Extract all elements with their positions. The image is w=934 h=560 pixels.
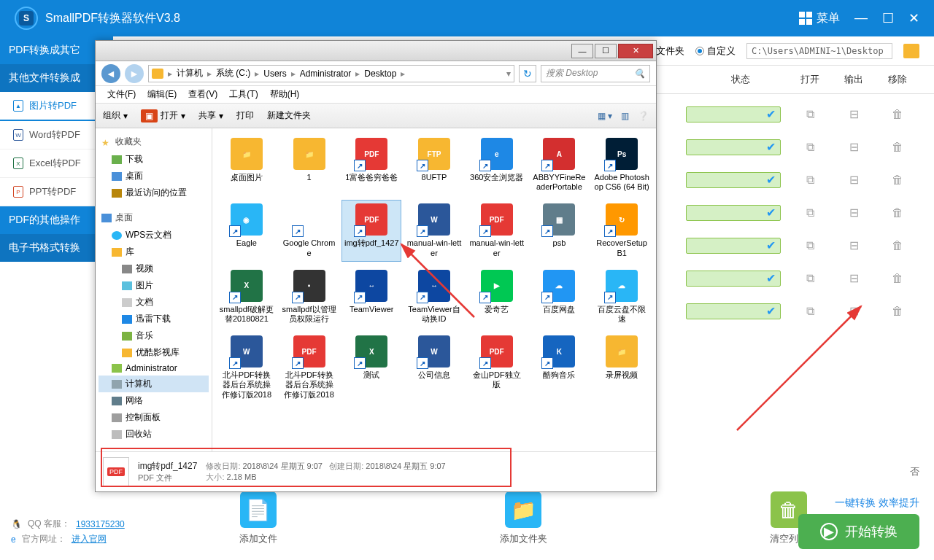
maximize-button[interactable]: ☐	[882, 10, 894, 26]
qq-link[interactable]: 1933175230	[76, 519, 125, 529]
refresh-button[interactable]: ↻	[519, 65, 536, 82]
file-item[interactable]: ▶爱奇艺	[467, 266, 527, 327]
tree-computer[interactable]: 计算机	[99, 376, 209, 392]
file-item[interactable]: ☁百度网盘	[530, 266, 590, 327]
open-file-button[interactable]: ⧉	[788, 239, 832, 252]
tree-music[interactable]: 音乐	[99, 327, 209, 344]
output-button[interactable]: ⊟	[832, 140, 876, 154]
menu-edit[interactable]: 编辑(E)	[143, 87, 181, 102]
tree-youku[interactable]: 优酷影视库	[99, 344, 209, 361]
remove-button[interactable]: 🗑	[876, 239, 919, 252]
file-grid[interactable]: 📁桌面图片📁1PDF1富爸爸穷爸爸FTP8UFTPe360安全浏览器AABBYY…	[212, 128, 656, 451]
open-file-button[interactable]: ⧉	[788, 174, 832, 187]
file-item[interactable]: ↻RecoverSetupB1	[592, 200, 652, 261]
nav-back-button[interactable]: ◄	[101, 64, 120, 83]
file-item[interactable]: W公司信息	[404, 332, 464, 405]
output-button[interactable]: ⊟	[832, 107, 876, 121]
open-button[interactable]: ▣打开 ▾	[141, 109, 185, 122]
file-item[interactable]: ↔TeamViewer	[341, 266, 401, 327]
menu-file[interactable]: 文件(F)	[103, 87, 140, 102]
file-item[interactable]: ◉Google Chrome	[279, 200, 339, 261]
open-file-button[interactable]: ⧉	[788, 141, 832, 154]
help-button[interactable]: ❔	[638, 111, 649, 121]
view-mode-button[interactable]: ▦ ▾	[598, 111, 612, 121]
minimize-button[interactable]: —	[854, 10, 868, 26]
tree-admin[interactable]: Administrator	[99, 361, 209, 376]
output-path-input[interactable]: C:\Users\ADMINI~1\Desktop	[746, 43, 892, 59]
dialog-maximize[interactable]: ☐	[595, 44, 617, 58]
file-item[interactable]: e360安全浏览器	[467, 134, 527, 195]
tree-desktop[interactable]: 桌面	[99, 168, 209, 184]
radio-custom[interactable]: 自定义	[695, 44, 736, 58]
organize-button[interactable]: 组织 ▾	[103, 109, 128, 122]
output-button[interactable]: ⊟	[832, 173, 876, 187]
remove-button[interactable]: 🗑	[876, 174, 919, 187]
file-item[interactable]: AABBYYFineReaderPortable	[530, 134, 590, 195]
file-item[interactable]: 📁1	[279, 134, 339, 195]
tree-xunlei[interactable]: 迅雷下载	[99, 311, 209, 327]
close-button[interactable]: ✕	[908, 10, 919, 26]
file-item[interactable]: ☁百度云盘不限速	[592, 266, 652, 327]
menu-help[interactable]: 帮助(H)	[266, 87, 304, 102]
tree-control-panel[interactable]: 控制面板	[99, 409, 209, 426]
tree-downloads[interactable]: 下载	[99, 151, 209, 168]
menu-view[interactable]: 查看(V)	[184, 87, 222, 102]
file-item[interactable]: ◉Eagle	[217, 200, 277, 261]
radio-no[interactable]: 否	[910, 465, 919, 478]
print-button[interactable]: 打印	[236, 109, 254, 122]
start-convert-button[interactable]: ▶ 开始转换	[798, 514, 919, 549]
file-item[interactable]: X测试	[341, 332, 401, 405]
file-item[interactable]: 📁桌面图片	[217, 134, 277, 195]
open-file-button[interactable]: ⧉	[788, 206, 832, 219]
nav-forward-button[interactable]: ►	[125, 64, 144, 83]
output-button[interactable]: ⊟	[832, 304, 876, 318]
file-item[interactable]: PDFimg转pdf_1427	[341, 200, 401, 261]
folder-tree[interactable]: ★收藏夹 下载 桌面 最近访问的位置 桌面 WPS云文档 库 视频 图片 文档 …	[96, 128, 212, 451]
file-item[interactable]: K酷狗音乐	[530, 332, 590, 405]
dialog-titlebar[interactable]: — ☐ ✕	[96, 41, 656, 61]
file-item[interactable]: 📁录屏视频	[592, 332, 652, 405]
open-file-button[interactable]: ⧉	[788, 272, 832, 285]
remove-button[interactable]: 🗑	[876, 108, 919, 121]
file-item[interactable]: PDF北斗PDF转换器后台系统操作修订版20180...	[279, 332, 339, 405]
file-item[interactable]: Wmanual-win-letter	[404, 200, 464, 261]
remove-button[interactable]: 🗑	[876, 206, 919, 219]
tree-documents[interactable]: 文档	[99, 294, 209, 311]
tree-recent[interactable]: 最近访问的位置	[99, 184, 209, 201]
file-item[interactable]: ▦psb	[530, 200, 590, 261]
browse-folder-button[interactable]	[903, 44, 919, 58]
tree-network[interactable]: 网络	[99, 392, 209, 409]
file-item[interactable]: PDF1富爸爸穷爸爸	[341, 134, 401, 195]
new-folder-button[interactable]: 新建文件夹	[267, 109, 311, 122]
file-item[interactable]: W北斗PDF转换器后台系统操作修订版20180...	[217, 332, 277, 405]
preview-pane-button[interactable]: ▥	[621, 111, 629, 121]
menu-tools[interactable]: 工具(T)	[225, 87, 262, 102]
add-folder-button[interactable]: 📁 添加文件夹	[500, 491, 547, 545]
menu-button[interactable]: 菜单	[799, 11, 840, 26]
open-file-button[interactable]: ⧉	[788, 108, 832, 121]
output-button[interactable]: ⊟	[832, 271, 876, 285]
site-link[interactable]: 进入官网	[72, 533, 107, 545]
dialog-close[interactable]: ✕	[618, 44, 653, 58]
dialog-minimize[interactable]: —	[571, 44, 593, 58]
add-file-button[interactable]: 📄 添加文件	[239, 491, 277, 545]
output-button[interactable]: ⊟	[832, 238, 876, 252]
breadcrumb[interactable]: ▸ 计算机▸ 系统 (C:)▸ Users▸ Administrator▸ De…	[148, 65, 514, 82]
file-item[interactable]: PDF金山PDF独立版	[467, 332, 527, 405]
remove-button[interactable]: 🗑	[876, 305, 919, 318]
file-item[interactable]: PsAdobe Photoshop CS6 (64 Bit)	[592, 134, 652, 195]
search-input[interactable]: 搜索 Desktop🔍	[541, 65, 650, 82]
tree-video[interactable]: 视频	[99, 260, 209, 277]
tree-library[interactable]: 库	[99, 244, 209, 260]
output-button[interactable]: ⊟	[832, 206, 876, 219]
file-item[interactable]: FTP8UFTP	[404, 134, 464, 195]
file-item[interactable]: PDFmanual-win-letter	[467, 200, 527, 261]
file-item[interactable]: ▪smallpdf以管理员权限运行	[279, 266, 339, 327]
tree-recycle[interactable]: 回收站	[99, 426, 209, 443]
remove-button[interactable]: 🗑	[876, 272, 919, 285]
open-file-button[interactable]: ⧉	[788, 305, 832, 318]
tree-pictures[interactable]: 图片	[99, 277, 209, 294]
share-button[interactable]: 共享 ▾	[198, 109, 223, 122]
remove-button[interactable]: 🗑	[876, 141, 919, 154]
tree-wps[interactable]: WPS云文档	[99, 227, 209, 244]
